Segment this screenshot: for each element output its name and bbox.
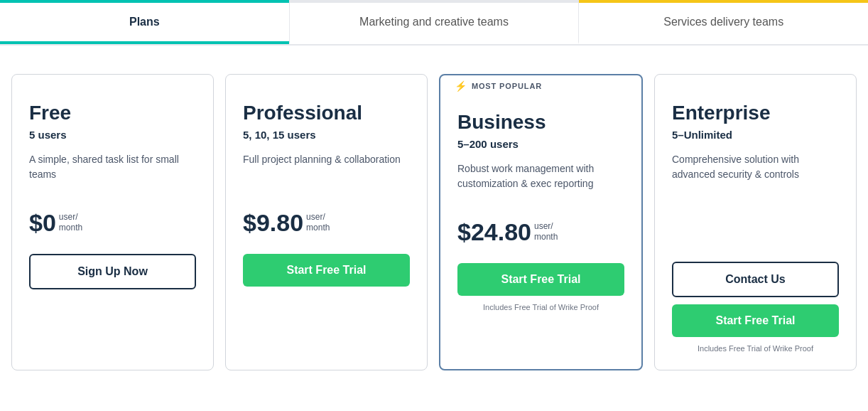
tab-marketing[interactable]: Marketing and creative teams (289, 0, 580, 44)
tab-plans[interactable]: Plans (0, 0, 289, 44)
trial-button-enterprise[interactable]: Start Free Trial (672, 304, 839, 337)
plan-users-business: 5–200 users (457, 138, 624, 150)
plan-users-enterprise: 5–Unlimited (672, 129, 839, 141)
plan-price-enterprise (672, 209, 839, 245)
trial-button-business[interactable]: Start Free Trial (457, 263, 624, 296)
plan-name-business: Business (457, 111, 624, 134)
includes-note-enterprise: Includes Free Trial of Wrike Proof (672, 344, 839, 353)
plan-users-professional: 5, 10, 15 users (243, 129, 410, 141)
plan-card-enterprise: Enterprise 5–Unlimited Comprehensive sol… (654, 74, 857, 370)
plan-card-free: Free 5 users A simple, shared task list … (11, 74, 214, 370)
popular-badge: ⚡ MOST POPULAR (440, 75, 641, 97)
trial-button-professional[interactable]: Start Free Trial (243, 254, 410, 287)
popular-label: MOST POPULAR (472, 82, 542, 90)
price-label-free: user/month (59, 212, 82, 237)
price-amount-professional: $9.80 (243, 209, 303, 237)
bolt-icon: ⚡ (455, 80, 467, 92)
plan-name-professional: Professional (243, 102, 410, 124)
price-amount-free: $0 (29, 209, 56, 237)
includes-note-business: Includes Free Trial of Wrike Proof (457, 303, 624, 311)
price-label-business: user/month (534, 221, 558, 246)
plan-price-professional: $9.80 user/month (243, 209, 410, 237)
plan-price-business: $24.80 user/month (457, 218, 624, 246)
plan-description-free: A simple, shared task list for small tea… (29, 152, 196, 195)
plan-description-enterprise: Comprehensive solution with advanced sec… (672, 152, 839, 195)
plans-container: Free 5 users A simple, shared task list … (0, 46, 868, 385)
plan-description-professional: Full project planning & collaboration (243, 152, 410, 195)
plan-price-free: $0 user/month (29, 209, 196, 237)
plan-name-free: Free (29, 102, 196, 124)
price-label-professional: user/month (306, 212, 330, 237)
plan-description-business: Robust work management with customizatio… (457, 161, 624, 204)
tab-services[interactable]: Services delivery teams (579, 0, 868, 44)
price-amount-business: $24.80 (457, 218, 531, 246)
signup-button-free[interactable]: Sign Up Now (29, 254, 196, 289)
plan-users-free: 5 users (29, 129, 196, 141)
tabs-bar: Plans Marketing and creative teams Servi… (0, 0, 868, 46)
plan-name-enterprise: Enterprise (672, 102, 839, 124)
plan-card-professional: Professional 5, 10, 15 users Full projec… (225, 74, 428, 370)
plan-card-business: ⚡ MOST POPULAR Business 5–200 users Robu… (439, 74, 643, 370)
contact-button-enterprise[interactable]: Contact Us (672, 262, 839, 297)
